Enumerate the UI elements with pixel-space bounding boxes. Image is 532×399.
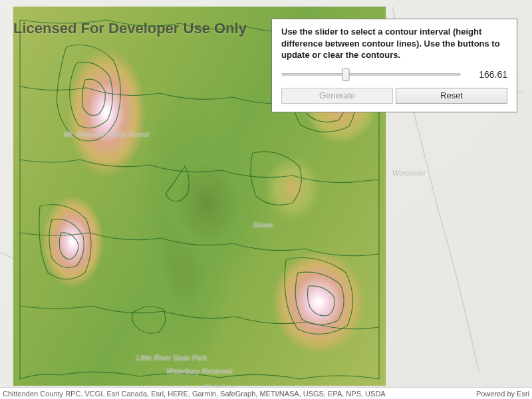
slider-track — [281, 73, 461, 76]
generate-button[interactable]: Generate — [281, 88, 393, 104]
slider-thumb[interactable] — [342, 68, 350, 81]
control-panel: Use the slider to select a contour inter… — [271, 19, 517, 112]
contour-interval-slider[interactable] — [281, 68, 461, 81]
powered-by-esri[interactable]: Powered by Esri — [476, 390, 529, 398]
slider-value: 166.61 — [467, 69, 507, 80]
instructions-text: Use the slider to select a contour inter… — [281, 26, 507, 61]
reset-button[interactable]: Reset — [396, 88, 507, 104]
button-row: Generate Reset — [281, 88, 507, 104]
attribution-text: Chittenden County RPC, VCGI, Esri Canada… — [3, 390, 386, 398]
slider-row: 166.61 — [281, 68, 507, 81]
attribution-bar: Chittenden County RPC, VCGI, Esri Canada… — [0, 387, 532, 399]
